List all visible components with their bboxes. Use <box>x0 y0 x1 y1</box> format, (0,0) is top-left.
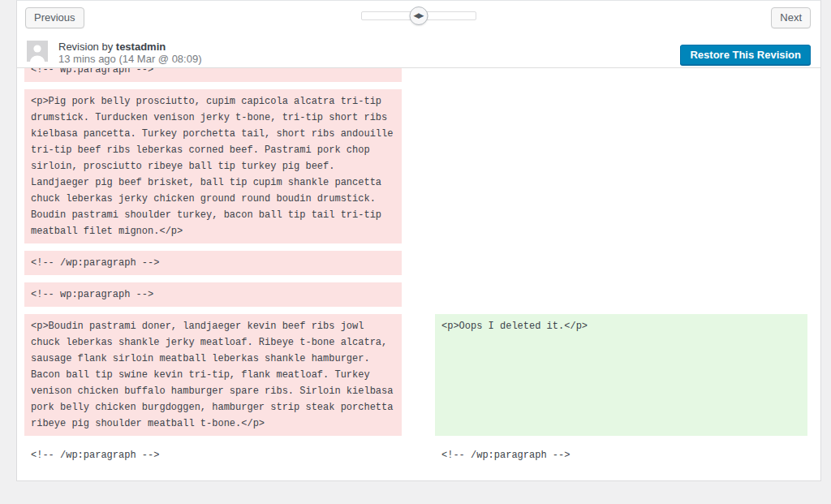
diff-column-gap <box>402 89 435 243</box>
next-revision-button[interactable]: Next <box>771 7 811 28</box>
diff-column-gap <box>402 282 435 307</box>
diff-row: <p>Boudin pastrami doner, landjaeger kev… <box>24 314 807 436</box>
revisions-topbar: Previous ◀▶ Next <box>17 1 820 37</box>
diff-row: <!-- /wp:paragraph --> <!-- /wp:paragrap… <box>24 443 807 467</box>
revision-slider-handle[interactable]: ◀▶ <box>410 6 428 25</box>
diff-row: <!-- wp:paragraph --> <box>24 282 807 307</box>
diff-empty-cell <box>435 282 807 307</box>
diff-deleted-line: <!-- wp:paragraph --> <box>24 68 402 82</box>
diff-empty-cell <box>435 89 807 243</box>
diff-row: <p>Pig pork belly prosciutto, cupim capi… <box>24 89 807 243</box>
diff-column-gap <box>402 68 435 82</box>
diff-deleted-line: <!-- wp:paragraph --> <box>24 282 402 307</box>
diff-row: <!-- wp:paragraph --> <box>24 68 807 82</box>
diff-column-gap <box>402 443 435 467</box>
revision-slider: ◀▶ <box>361 1 476 37</box>
author-name: testadmin <box>116 41 166 53</box>
diff-empty-cell <box>435 68 807 82</box>
revision-timestamp: 13 mins ago (14 Mar @ 08:09) <box>58 53 202 65</box>
diff-context-line: <!-- /wp:paragraph --> <box>435 443 807 467</box>
revision-header: Revision by testadmin 13 mins ago (14 Ma… <box>17 37 820 68</box>
byline-prefix: Revision by <box>58 41 116 53</box>
diff-deleted-paragraph: <p>Boudin pastrami doner, landjaeger kev… <box>24 314 402 436</box>
diff-deleted-line: <!-- /wp:paragraph --> <box>24 251 402 275</box>
revision-byline: Revision by testadmin 13 mins ago (14 Ma… <box>58 41 202 65</box>
author-avatar <box>27 41 48 62</box>
diff-column-gap <box>402 314 435 436</box>
slider-arrows-icon: ◀▶ <box>414 12 424 19</box>
diff-column-gap <box>402 251 435 275</box>
diff-empty-cell <box>435 251 807 275</box>
diff-body: <!-- wp:paragraph --> <p>Pig pork belly … <box>17 68 820 480</box>
diff-row: <!-- /wp:paragraph --> <box>24 251 807 275</box>
diff-added-paragraph: <p>Oops I deleted it.</p> <box>435 314 807 436</box>
diff-context-line: <!-- /wp:paragraph --> <box>24 443 402 467</box>
diff-deleted-paragraph: <p>Pig pork belly prosciutto, cupim capi… <box>24 89 402 243</box>
revisions-panel: Previous ◀▶ Next Revision by testadmin 1… <box>16 0 821 481</box>
previous-revision-button[interactable]: Previous <box>25 7 84 28</box>
restore-this-revision-button[interactable]: Restore This Revision <box>680 45 811 65</box>
